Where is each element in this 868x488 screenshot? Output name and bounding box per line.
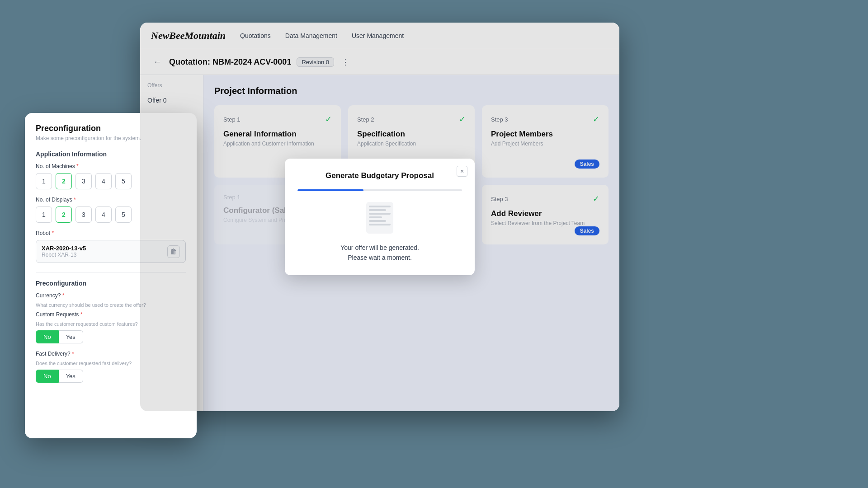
generate-proposal-modal: Generate Budgetary Proposal × Your offer…: [285, 159, 475, 276]
modal-progress-fill: [297, 189, 363, 191]
displays-btn-5[interactable]: 5: [115, 206, 132, 223]
doc-line-6: [369, 224, 391, 225]
modal-message: Your offer will be generated. Please wai…: [297, 243, 462, 263]
machines-btn-2[interactable]: 2: [56, 173, 72, 189]
custom-requests-yes-button[interactable]: Yes: [59, 330, 83, 343]
doc-line-5: [369, 220, 386, 222]
displays-btn-2[interactable]: 2: [56, 206, 72, 223]
modal-overlay: Generate Budgetary Proposal × Your offer…: [140, 23, 619, 411]
doc-line-4: [369, 216, 382, 218]
displays-btn-3[interactable]: 3: [75, 206, 92, 223]
fast-delivery-yes-button[interactable]: Yes: [59, 370, 83, 383]
robot-required-star: *: [52, 230, 54, 236]
custom-requests-no-button[interactable]: No: [36, 330, 59, 343]
doc-line-2: [369, 209, 386, 211]
modal-title: Generate Budgetary Proposal: [297, 171, 462, 180]
machines-btn-1[interactable]: 1: [36, 173, 52, 189]
fast-delivery-required-star: *: [72, 351, 74, 357]
robot-info: XAR-2020-13-v5 Robot XAR-13: [42, 245, 86, 258]
displays-btn-4[interactable]: 4: [95, 206, 112, 223]
machines-btn-3[interactable]: 3: [75, 173, 92, 189]
modal-progress-bar: [297, 189, 462, 191]
machines-required-star: *: [76, 163, 79, 169]
robot-model: Robot XAR-13: [42, 252, 86, 258]
browser-window: NewBeeMountain Quotations Data Managemen…: [140, 23, 619, 411]
displays-required-star: *: [74, 197, 76, 203]
fast-delivery-no-button[interactable]: No: [36, 370, 59, 383]
document-icon: [366, 202, 393, 234]
robot-name: XAR-2020-13-v5: [42, 245, 86, 252]
currency-required-star: *: [62, 292, 65, 299]
machines-btn-5[interactable]: 5: [115, 173, 132, 189]
modal-icon-area: [297, 202, 462, 234]
custom-requests-required-star: *: [80, 311, 83, 318]
custom-requests-toggle: No Yes: [36, 330, 83, 343]
displays-btn-1[interactable]: 1: [36, 206, 52, 223]
fast-delivery-toggle: No Yes: [36, 370, 83, 383]
machines-btn-4[interactable]: 4: [95, 173, 112, 189]
modal-close-button[interactable]: ×: [457, 166, 467, 177]
doc-line-1: [369, 206, 391, 207]
doc-line-3: [369, 213, 391, 215]
